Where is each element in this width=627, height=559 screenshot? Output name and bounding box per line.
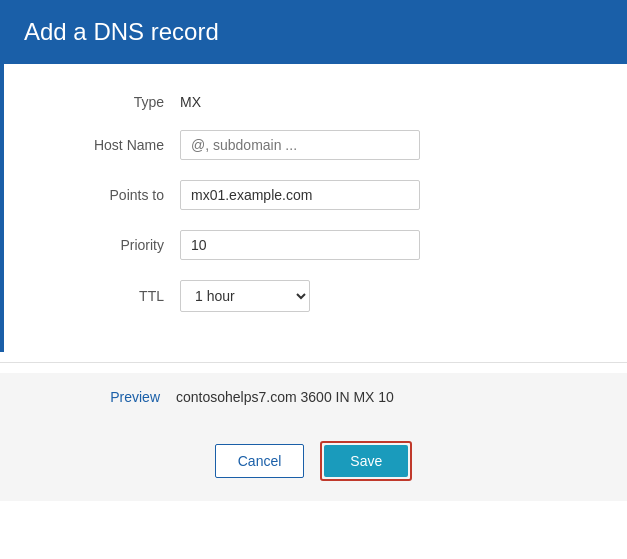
ttl-row: TTL Automatic 1 hour 2 hours 4 hours 12 …	[64, 280, 567, 312]
preview-section: Preview contosohelps7.com 3600 IN MX 10	[0, 373, 627, 421]
dns-form: Type MX Host Name Points to Priority TTL…	[0, 64, 627, 352]
cancel-button[interactable]: Cancel	[215, 444, 305, 478]
ttl-select[interactable]: Automatic 1 hour 2 hours 4 hours 12 hour…	[180, 280, 310, 312]
priority-row: Priority	[64, 230, 567, 260]
hostname-input[interactable]	[180, 130, 420, 160]
page-header: Add a DNS record	[0, 0, 627, 64]
preview-value: contosohelps7.com 3600 IN MX 10	[176, 389, 394, 405]
points-to-row: Points to	[64, 180, 567, 210]
ttl-label: TTL	[64, 288, 164, 304]
points-to-label: Points to	[64, 187, 164, 203]
hostname-label: Host Name	[64, 137, 164, 153]
preview-label: Preview	[60, 389, 160, 405]
type-value: MX	[180, 94, 201, 110]
priority-label: Priority	[64, 237, 164, 253]
form-divider	[0, 362, 627, 363]
button-row: Cancel Save	[0, 421, 627, 501]
type-row: Type MX	[64, 94, 567, 110]
hostname-row: Host Name	[64, 130, 567, 160]
page-title: Add a DNS record	[24, 18, 603, 46]
type-label: Type	[64, 94, 164, 110]
points-to-input[interactable]	[180, 180, 420, 210]
preview-row: Preview contosohelps7.com 3600 IN MX 10	[60, 389, 567, 405]
save-button[interactable]: Save	[324, 445, 408, 477]
save-button-wrapper: Save	[320, 441, 412, 481]
priority-input[interactable]	[180, 230, 420, 260]
